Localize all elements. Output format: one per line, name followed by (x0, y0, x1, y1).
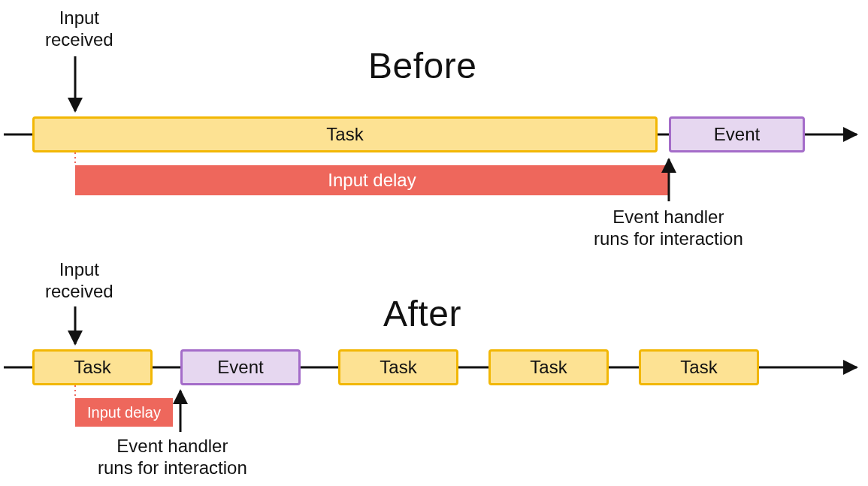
after-event-box: Event (180, 349, 301, 385)
after-task-box-2: Task (338, 349, 458, 385)
after-input-delay-box: Input delay (75, 398, 173, 427)
before-input-delay-label: Input delay (328, 170, 416, 191)
before-task-box: Task (32, 116, 658, 152)
after-event-label: Event (217, 357, 263, 378)
after-task-box-1: Task (32, 349, 153, 385)
label-event-handler-before: Event handler runs for interaction (594, 207, 743, 250)
after-task-label-2: Task (380, 357, 416, 378)
after-task-box-3: Task (488, 349, 609, 385)
title-after: After (383, 293, 461, 334)
before-task-label: Task (326, 124, 363, 145)
label-input-received-after: Input received (45, 259, 113, 303)
after-task-box-4: Task (639, 349, 759, 385)
after-task-label-1: Task (74, 357, 110, 378)
diagram-stage: Before Input received Task Event Input d… (0, 0, 868, 486)
before-event-box: Event (669, 116, 805, 152)
after-task-label-3: Task (530, 357, 567, 378)
label-event-handler-after: Event handler runs for interaction (98, 436, 247, 479)
after-input-delay-label: Input delay (87, 404, 161, 421)
before-input-delay-box: Input delay (75, 165, 669, 195)
title-before: Before (368, 45, 476, 86)
before-event-label: Event (714, 124, 760, 145)
after-task-label-4: Task (680, 357, 717, 378)
label-input-received-before: Input received (45, 8, 113, 51)
